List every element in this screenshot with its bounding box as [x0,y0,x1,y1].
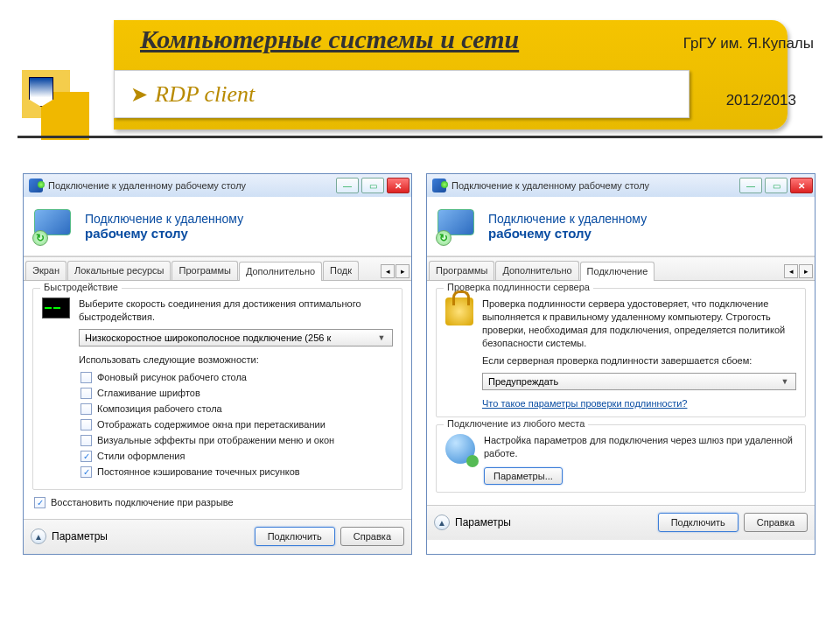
chevron-down-icon: ▼ [778,374,792,388]
group-performance: Быстродействие Выберите скорость соедине… [32,288,402,490]
auth-action-combo[interactable]: Предупреждать ▼ [482,373,796,390]
tab-programs[interactable]: Программы [429,261,494,280]
banner-line1: Подключение к удаленному [85,212,243,226]
gateway-desc: Настройка параметров для подключения чер… [484,434,796,460]
lock-icon [445,298,473,326]
university-name: ГрГУ им. Я.Купалы [683,35,814,52]
performance-desc: Выберите скорость соединения для достиже… [79,298,393,324]
group-title-performance: Быстродействие [40,282,122,292]
options-label: Параметры [455,516,511,528]
app-icon [432,178,446,192]
help-button[interactable]: Справка [744,513,808,532]
tab-display[interactable]: Экран [25,261,66,280]
check-visual-styles[interactable]: ✓Стили оформления [80,451,393,462]
checkbox-icon [80,388,92,399]
close-button[interactable]: ✕ [790,178,813,193]
slide-header: Компьютерные системы и сети ГрГУ им. Я.К… [0,0,840,140]
academic-year: 2012/2013 [726,92,796,109]
rdp-window-connection: Подключение к удаленному рабочему столу … [426,173,816,555]
maximize-button[interactable]: ▭ [361,178,384,193]
subtitle-arrow-icon: ➤ [130,82,148,107]
tab-local-resources[interactable]: Локальные ресурсы [67,261,171,280]
tabs-scroll-left[interactable]: ◂ [784,264,798,278]
collapse-options-button[interactable]: ▲ [31,528,46,544]
check-window-drag-contents[interactable]: Отображать содержимое окна при перетаски… [80,419,393,430]
window-footer: ▲ Параметры Подключить Справка [427,505,815,540]
titlebar[interactable]: Подключение к удаленному рабочему столу … [427,174,815,197]
titlebar[interactable]: Подключение к удаленному рабочему столу … [24,174,411,197]
checkbox-icon [80,419,92,430]
header-divider [18,136,822,138]
combo-value: Низкоскоростное широкополосное подключен… [85,332,331,343]
tab-connection-truncated[interactable]: Подк [323,261,359,280]
window-footer: ▲ Параметры Подключить Справка [24,519,411,554]
subtitle: RDP client [155,81,255,108]
connection-speed-combo[interactable]: Низкоскоростное широкополосное подключен… [79,329,393,346]
minimize-button[interactable]: — [336,178,359,193]
rdp-banner-icon: ↻ [34,209,76,244]
subtitle-bar: ➤ RDP client [114,70,690,118]
tabs-scroll-right[interactable]: ▸ [799,264,813,278]
combo-value: Предупреждать [488,376,558,387]
help-button[interactable]: Справка [340,527,404,546]
tabs-scroll-left[interactable]: ◂ [381,264,395,278]
gateway-settings-button[interactable]: Параметры... [484,467,563,485]
options-label: Параметры [52,530,108,542]
check-desktop-background[interactable]: Фоновый рисунок рабочего стола [80,372,393,383]
window-title: Подключение к удаленному рабочему столу [48,180,246,191]
connect-button[interactable]: Подключить [658,513,738,532]
auth-fail-label: Если серверная проверка подлинности заве… [482,354,796,368]
banner-line2: рабочему столу [488,226,647,241]
check-menu-animations[interactable]: Визуальные эффекты при отображении меню … [80,435,393,446]
tab-programs[interactable]: Программы [172,261,237,280]
close-button[interactable]: ✕ [387,178,410,193]
checkbox-icon [80,403,92,415]
checkbox-icon [80,372,92,383]
checkbox-icon: ✓ [80,451,92,462]
performance-icon [42,298,70,318]
collapse-options-button[interactable]: ▲ [434,514,450,530]
main-title: Компьютерные системы и сети [140,24,519,54]
minimize-button[interactable]: — [739,178,762,193]
group-server-auth: Проверка подлинности сервера Проверка по… [436,288,806,417]
globe-icon [445,434,475,464]
group-title-gateway: Подключение из любого места [444,418,588,429]
check-font-smoothing[interactable]: Сглаживание шрифтов [80,388,393,399]
tab-advanced[interactable]: Дополнительно [239,262,322,281]
banner-line2: рабочему столу [85,226,243,241]
window-title: Подключение к удаленному рабочему столу [452,180,649,191]
rdp-banner-icon: ↻ [438,209,480,244]
banner-line1: Подключение к удаленному [488,212,647,226]
rdp-window-advanced: Подключение к удаленному рабочему столу … [23,173,412,555]
features-checklist: Фоновый рисунок рабочего стола Сглаживан… [80,372,393,478]
banner: ↻ Подключение к удаленному рабочему стол… [24,197,411,256]
maximize-button[interactable]: ▭ [765,178,788,193]
chevron-down-icon: ▼ [374,331,388,345]
checkbox-icon: ✓ [34,497,46,508]
tabs-row: Экран Локальные ресурсы Программы Дополн… [24,256,411,281]
tabs-row: Программы Дополнительно Подключение ◂ ▸ [427,256,815,281]
check-bitmap-caching[interactable]: ✓Постоянное кэширование точечных рисунко… [80,466,393,478]
check-reconnect[interactable]: ✓ Восстановить подключение при разрыве [34,497,402,508]
banner: ↻ Подключение к удаленному рабочему стол… [427,197,815,256]
group-gateway: Подключение из любого места Настройка па… [436,424,806,493]
check-desktop-composition[interactable]: Композиция рабочего стола [80,403,393,415]
checkbox-icon [80,435,92,446]
app-icon [29,178,43,192]
checkbox-icon: ✓ [80,466,92,478]
tab-advanced[interactable]: Дополнительно [495,261,578,280]
use-features-label: Использовать следующие возможности: [79,354,393,367]
auth-help-link[interactable]: Что такое параметры проверки подлинности… [482,398,687,409]
connect-button[interactable]: Подключить [255,527,335,546]
tab-connection[interactable]: Подключение [580,262,655,281]
tabs-scroll-right[interactable]: ▸ [396,264,410,278]
auth-desc: Проверка подлинности сервера удостоверяе… [482,298,796,349]
